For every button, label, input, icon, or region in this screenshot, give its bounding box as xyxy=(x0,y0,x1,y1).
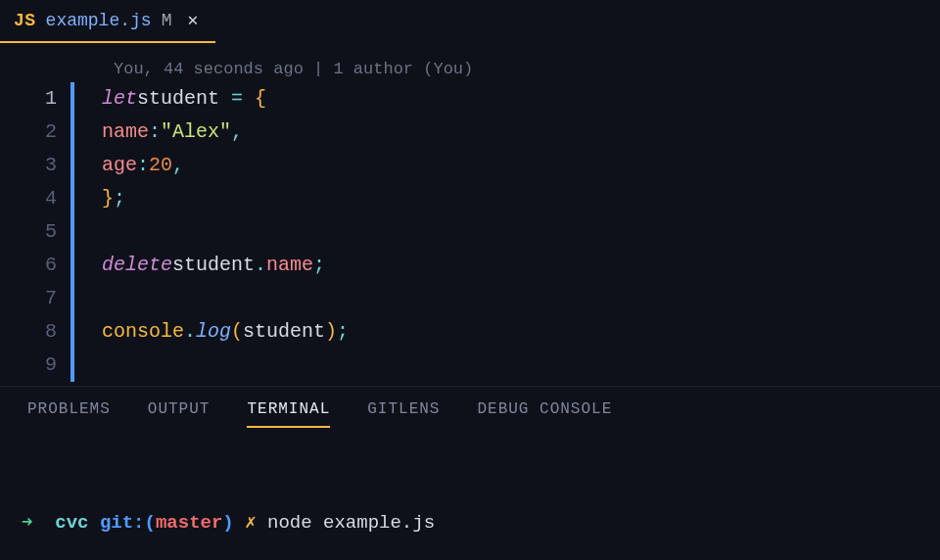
line-number: 5 xyxy=(0,215,70,249)
git-gutter-bar xyxy=(70,116,74,149)
prompt-colon: : xyxy=(133,512,144,534)
string: "Alex" xyxy=(161,116,231,149)
line-number: 6 xyxy=(0,249,70,282)
terminal-line-1: ➜ cvc git:(master) ✗ node example.js xyxy=(22,508,940,537)
code-line-7[interactable]: 7 xyxy=(0,282,940,315)
op: = xyxy=(219,82,255,116)
git-gutter-bar xyxy=(70,82,74,116)
ident: student xyxy=(137,82,219,116)
tab-gitlens[interactable]: GITLENS xyxy=(367,400,440,428)
git-gutter-bar xyxy=(70,215,74,249)
op: . xyxy=(255,249,266,282)
terminal[interactable]: ➜ cvc git:(master) ✗ node example.js { a… xyxy=(0,428,940,560)
tab-terminal[interactable]: TERMINAL xyxy=(247,400,330,428)
git-gutter-bar xyxy=(70,249,74,282)
line-number: 3 xyxy=(0,149,70,182)
ident: student xyxy=(243,315,325,349)
op: , xyxy=(231,116,243,149)
code-line-9[interactable]: 9 xyxy=(0,349,940,382)
panel-tabbar: PROBLEMS OUTPUT TERMINAL GITLENS DEBUG C… xyxy=(0,387,940,428)
op: . xyxy=(184,315,196,349)
close-icon[interactable]: ✕ xyxy=(187,12,198,29)
terminal-command: node example.js xyxy=(267,512,435,534)
op: ; xyxy=(337,315,349,349)
keyword-let: let xyxy=(102,82,137,116)
paren: ( xyxy=(231,315,243,349)
brace-open: { xyxy=(255,82,266,116)
code-line-6[interactable]: 6 delete student.name; xyxy=(0,249,940,282)
op: ; xyxy=(114,182,125,215)
tabbar: JS example.js M ✕ xyxy=(0,0,940,43)
prompt-branch: master xyxy=(156,512,222,534)
number: 20 xyxy=(149,149,172,182)
code-body: 1 let student = { 2 name: "Alex", 3 age:… xyxy=(0,82,940,382)
prop: name xyxy=(266,249,313,282)
code-line-2[interactable]: 2 name: "Alex", xyxy=(0,116,940,149)
code-line-3[interactable]: 3 age: 20, xyxy=(0,149,940,182)
prompt-paren: ) xyxy=(222,512,233,534)
code-line-8[interactable]: 8 console.log(student); xyxy=(0,315,940,349)
js-file-icon: JS xyxy=(14,11,36,30)
op: : xyxy=(137,149,149,182)
prompt-dirty-icon: ✗ xyxy=(245,512,256,534)
keyword-delete: delete xyxy=(102,249,172,282)
brace-close: } xyxy=(102,182,114,215)
op: : xyxy=(149,116,161,149)
op: , xyxy=(172,149,184,182)
paren: ) xyxy=(325,315,337,349)
op: ; xyxy=(313,249,325,282)
line-number: 4 xyxy=(0,182,70,215)
code-line-5[interactable]: 5 xyxy=(0,215,940,249)
bottom-panel: PROBLEMS OUTPUT TERMINAL GITLENS DEBUG C… xyxy=(0,386,940,560)
prompt-arrow-icon: ➜ xyxy=(22,512,32,534)
tab-problems[interactable]: PROBLEMS xyxy=(27,400,111,428)
line-number: 8 xyxy=(0,315,70,349)
code-editor[interactable]: You, 44 seconds ago | 1 author (You) 1 l… xyxy=(0,43,940,382)
prompt-paren: ( xyxy=(145,512,156,534)
tab-debug-console[interactable]: DEBUG CONSOLE xyxy=(477,400,612,428)
code-line-1[interactable]: 1 let student = { xyxy=(0,82,940,116)
prompt-git: git xyxy=(100,512,133,534)
git-gutter-bar xyxy=(70,182,74,215)
prop: name xyxy=(102,116,149,149)
prop: age xyxy=(102,149,137,182)
prompt-dir: cvc xyxy=(55,512,88,534)
gitlens-annotation[interactable]: You, 44 seconds ago | 1 author (You) xyxy=(0,57,940,82)
tab-filename: example.js xyxy=(46,11,152,30)
line-number: 9 xyxy=(0,349,70,382)
line-number: 2 xyxy=(0,116,70,149)
line-number: 1 xyxy=(0,82,70,116)
git-gutter-bar xyxy=(70,149,74,182)
tab-modified-marker: M xyxy=(162,11,172,30)
method-log: log xyxy=(196,315,231,349)
git-gutter-bar xyxy=(70,315,74,349)
code-line-4[interactable]: 4 }; xyxy=(0,182,940,215)
ident: student xyxy=(172,249,255,282)
editor-tab-example-js[interactable]: JS example.js M ✕ xyxy=(0,0,215,43)
line-number: 7 xyxy=(0,282,70,315)
ident-console: console xyxy=(102,315,184,349)
git-gutter-bar xyxy=(70,349,74,382)
tab-output[interactable]: OUTPUT xyxy=(148,400,211,428)
git-gutter-bar xyxy=(70,282,74,315)
